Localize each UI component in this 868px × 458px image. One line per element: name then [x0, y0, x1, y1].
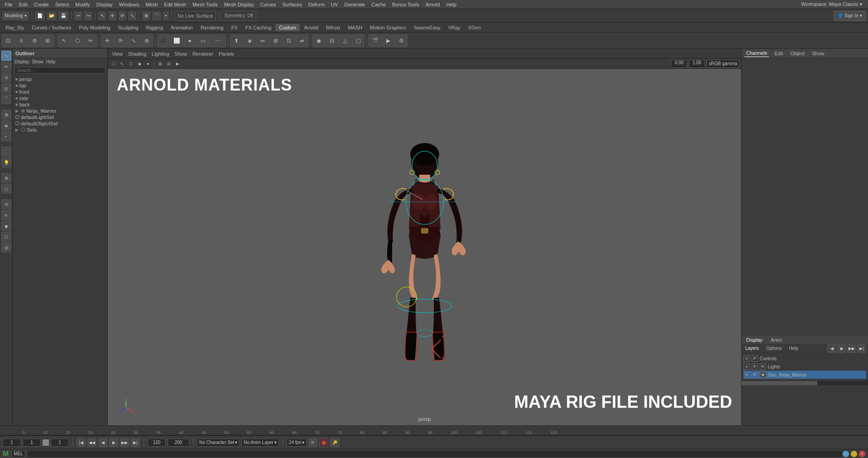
layer-v-controls[interactable]: V	[743, 355, 750, 362]
tab-seams-easy[interactable]: SeamsEasy	[410, 24, 444, 31]
icon-render-settings[interactable]: ⚙	[395, 34, 408, 47]
icon-ipr[interactable]: ▶	[382, 34, 394, 47]
icon-mirror[interactable]: ⇌	[296, 34, 308, 47]
icon-plane[interactable]: ▭	[197, 34, 209, 47]
tab-sculpting[interactable]: Sculpting	[114, 24, 142, 31]
mode-dropdown[interactable]: Modeling ▾	[2, 11, 29, 21]
icon-combine[interactable]: ⊞	[269, 34, 282, 47]
vp-shading-menu[interactable]: Shading	[126, 51, 149, 57]
menu-curves[interactable]: Curves	[258, 1, 279, 8]
tab-rendering[interactable]: Rendering	[197, 24, 227, 31]
no-anim-layer[interactable]: No Anim Layer ▾	[241, 439, 279, 447]
camera-tools[interactable]: 🎥	[1, 147, 11, 157]
icon-lasso[interactable]: ⬡	[71, 34, 84, 47]
icon-sphere[interactable]: ●	[183, 34, 196, 47]
menu-display[interactable]: Display	[94, 1, 115, 8]
menu-windows[interactable]: Windows	[116, 1, 142, 8]
hide-selected[interactable]: ◻	[1, 184, 11, 194]
layer-v-geo[interactable]: V	[743, 372, 750, 378]
vp-shaded-icon[interactable]: ◆	[135, 60, 144, 68]
playback-frame-input[interactable]	[51, 439, 69, 447]
warning-icon[interactable]: !	[851, 451, 857, 457]
select-tool-btn[interactable]: ↖	[98, 11, 107, 21]
info-icon[interactable]: i	[843, 451, 849, 457]
menu-help[interactable]: Help	[444, 1, 460, 8]
tab-motion-graphics[interactable]: Motion Graphics	[366, 24, 410, 31]
vp-show-menu[interactable]: Show	[173, 51, 190, 57]
uv-editor-btn[interactable]: ⊟	[1, 243, 11, 253]
tab-object[interactable]: Object	[788, 50, 806, 57]
skip-start-btn[interactable]: |◀	[77, 438, 86, 447]
node-editor-btn[interactable]: ⬡	[1, 232, 11, 242]
play-back-btn[interactable]: ◀	[98, 438, 107, 447]
icon-subdivide[interactable]: ⊟	[326, 34, 338, 47]
icon-cp-btn[interactable]: ⚙	[28, 34, 41, 47]
outliner-menu-help[interactable]: Help	[46, 59, 56, 64]
menu-edit[interactable]: Edit	[16, 1, 30, 8]
tab-bifrost[interactable]: Bifrost	[322, 24, 344, 31]
tab-fx-caching[interactable]: FX Caching	[242, 24, 275, 31]
snap-surface[interactable]: ◈	[1, 120, 11, 130]
display-tab[interactable]: Display	[744, 336, 764, 344]
prev-frame-btn[interactable]: ◀◀	[87, 438, 96, 447]
curve-tool[interactable]: ⌒	[1, 94, 11, 104]
sculpt-tool[interactable]: ⊙	[1, 72, 11, 82]
layer-v-lights[interactable]: V	[743, 363, 750, 370]
icon-extrude[interactable]: ⬆	[230, 34, 243, 47]
layer-r-lights[interactable]: R	[760, 363, 766, 370]
vp-render-icon[interactable]: ▶	[173, 60, 182, 68]
icon-render[interactable]: 🎬	[369, 34, 381, 47]
auto-key-btn[interactable]: ⬤	[319, 438, 328, 447]
vp-hud-icon[interactable]: ⊟	[165, 60, 173, 68]
tab-animation[interactable]: Animation	[167, 24, 197, 31]
menu-cache[interactable]: Cache	[369, 1, 388, 8]
tab-custom[interactable]: Custom	[275, 24, 300, 31]
outliner-item-back[interactable]: ■ back	[14, 101, 106, 108]
vp-wireframe-icon[interactable]: ⬡	[127, 60, 135, 68]
tab-channels[interactable]: Channels	[744, 49, 769, 57]
snap-edge[interactable]: ⌐	[1, 131, 11, 141]
skip-end-btn[interactable]: ▶|	[131, 438, 140, 447]
snap-curve-btn[interactable]: ⌒	[152, 11, 162, 21]
icon-triangulate[interactable]: △	[339, 34, 351, 47]
menu-generate[interactable]: Generate	[341, 1, 368, 8]
menu-mesh-display[interactable]: Mesh Display	[221, 1, 257, 8]
vp-smooth-icon[interactable]: ●	[144, 60, 152, 68]
outliner-item-ninja[interactable]: ▶ ⊞ Ninja_Warrior	[14, 108, 106, 114]
icon-outline-btn[interactable]: ⊡	[2, 34, 14, 47]
tab-rigging[interactable]: Rigging	[143, 24, 167, 31]
menu-deform[interactable]: Deform	[306, 1, 327, 8]
menu-select[interactable]: Select	[53, 1, 72, 8]
select-tool[interactable]: ↖	[1, 51, 11, 61]
icon-separate[interactable]: ⊡	[283, 34, 295, 47]
error-icon[interactable]: ✕	[859, 451, 865, 457]
vp-renderer-menu[interactable]: Renderer	[190, 51, 216, 57]
range-end-input[interactable]	[148, 439, 166, 447]
icon-bevel[interactable]: ◈	[243, 34, 256, 47]
vp-panels-menu[interactable]: Panels	[216, 51, 236, 57]
outliner-menu-display[interactable]: Display	[14, 59, 29, 64]
gain-input[interactable]: 1.00	[689, 60, 705, 68]
timeline-ruler[interactable]: 5 10 15 20 25 30 35 40 45 50 55 60 65 70…	[0, 426, 868, 435]
icon-rotate[interactable]: ⟳	[114, 34, 127, 47]
outliner-item-persp[interactable]: ■ persp	[14, 76, 106, 82]
tab-vray[interactable]: VRay	[445, 24, 464, 31]
vp-view-menu[interactable]: View	[110, 51, 125, 57]
loop-btn[interactable]: ⟳	[308, 438, 317, 447]
icon-cylinder[interactable]: ⬜	[170, 34, 183, 47]
make-live[interactable]: ⟲	[1, 199, 11, 209]
options-subtab[interactable]: Options	[764, 345, 783, 352]
new-file-btn[interactable]: 📄	[34, 11, 45, 21]
hypershade-btn[interactable]: ◆	[1, 221, 11, 231]
layer-end-btn[interactable]: ▶|	[857, 344, 866, 353]
snap-grid[interactable]: ⊞	[1, 110, 11, 119]
no-character-set[interactable]: No Character Set ▾	[197, 439, 240, 447]
icon-cube[interactable]: ⬛	[157, 34, 170, 47]
icon-move[interactable]: ✛	[101, 34, 114, 47]
tab-xgen[interactable]: XGen	[465, 24, 484, 31]
redo-btn[interactable]: ↪	[84, 11, 93, 21]
menu-bonus-tools[interactable]: Bonus Tools	[389, 1, 422, 8]
layers-scrollbar[interactable]	[742, 381, 817, 385]
menu-uv[interactable]: UV	[328, 1, 340, 8]
menu-create[interactable]: Create	[31, 1, 52, 8]
